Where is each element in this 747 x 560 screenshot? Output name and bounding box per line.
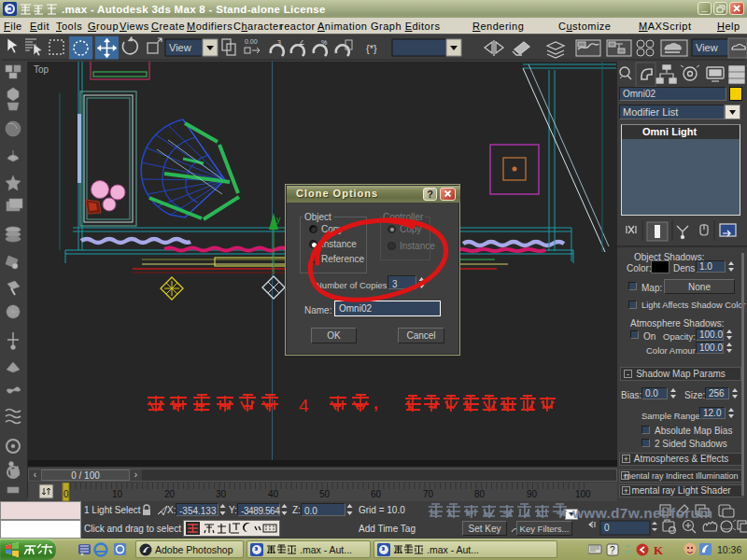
svg-text:View: View (169, 42, 191, 53)
svg-text:100: 100 (575, 489, 591, 499)
svg-text:View: View (696, 42, 718, 53)
svg-text:90: 90 (527, 489, 538, 499)
svg-text:80: 80 (474, 489, 486, 499)
svg-text:20: 20 (164, 489, 176, 499)
svg-text:0: 0 (604, 523, 610, 533)
svg-text:{*}: {*} (366, 43, 377, 54)
svg-text:0: 0 (63, 489, 69, 499)
svg-text:y: y (276, 215, 281, 224)
svg-text:K: K (654, 543, 664, 557)
svg-text:30: 30 (216, 489, 227, 499)
svg-text:40: 40 (268, 489, 279, 499)
svg-text:3: 3 (277, 39, 281, 46)
svg-text:∠: ∠ (299, 39, 304, 46)
svg-text:60: 60 (371, 489, 382, 499)
svg-text:Top: Top (34, 64, 49, 75)
svg-text:70: 70 (423, 489, 434, 499)
svg-text:0.00: 0.00 (245, 38, 258, 45)
svg-text:50: 50 (319, 489, 331, 499)
svg-text:?: ? (610, 545, 615, 555)
svg-text:%: % (321, 39, 327, 46)
svg-text:10: 10 (112, 489, 123, 499)
